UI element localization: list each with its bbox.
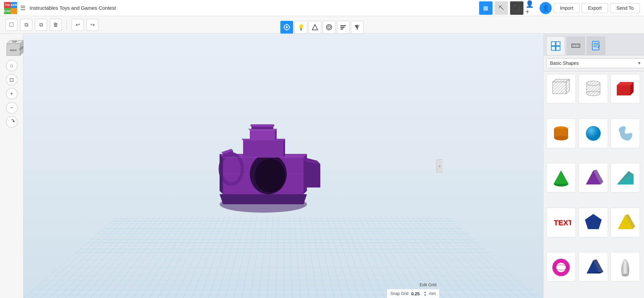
svg-rect-35 xyxy=(551,42,555,46)
svg-marker-6 xyxy=(312,25,318,30)
svg-marker-53 xyxy=(566,79,569,94)
grid-view-button[interactable]: ▦ xyxy=(479,1,493,15)
new-button[interactable]: ☐ xyxy=(5,19,17,31)
shape-box-solid[interactable] xyxy=(610,74,640,103)
view-cube[interactable]: TOP BACK LEFT xyxy=(2,37,22,57)
svg-rect-37 xyxy=(551,46,555,50)
shape-group-button[interactable] xyxy=(323,21,335,34)
main-area: TOP BACK LEFT ⌂ ⊡ + − xyxy=(0,34,644,298)
zoom-in-button[interactable]: + xyxy=(6,88,17,99)
svg-point-26 xyxy=(255,159,285,193)
edit-grid-label[interactable]: Edit Grid xyxy=(417,282,439,288)
svg-point-57 xyxy=(587,91,600,96)
shape-paraboloid-gray[interactable] xyxy=(610,252,640,282)
shape-prism-blue[interactable] xyxy=(579,252,608,282)
shape-squiggle[interactable] xyxy=(610,119,640,148)
panel-tabs xyxy=(544,34,644,55)
toolbar-divider xyxy=(66,20,67,30)
snap-grid-value: 0.25 xyxy=(411,291,420,296)
ruler-tab[interactable] xyxy=(566,36,585,55)
light-button[interactable]: 💡 xyxy=(294,21,307,34)
logo-cad: CAD xyxy=(4,8,11,14)
project-list-icon[interactable]: ☰ xyxy=(20,4,26,12)
paste-button[interactable]: ⧉ xyxy=(35,19,47,31)
import-button[interactable]: Import xyxy=(554,3,580,13)
svg-text:BACK: BACK xyxy=(10,49,16,51)
svg-rect-51 xyxy=(553,82,566,94)
shape-cylinder[interactable] xyxy=(546,119,576,148)
svg-marker-77 xyxy=(585,214,602,229)
svg-point-68 xyxy=(586,126,601,141)
left-panel: TOP BACK LEFT ⌂ ⊡ + − xyxy=(0,34,24,298)
copy-button[interactable]: ⧉ xyxy=(20,19,32,31)
svg-marker-70 xyxy=(554,170,568,184)
snap-down-arrow[interactable]: ▼ xyxy=(424,294,426,297)
camera-target-button[interactable] xyxy=(280,21,293,34)
rotate-view-button[interactable] xyxy=(6,116,17,128)
svg-point-65 xyxy=(554,136,568,140)
shape-torus-pink[interactable] xyxy=(546,252,576,282)
svg-rect-38 xyxy=(556,46,560,50)
shape-wedge-teal[interactable] xyxy=(610,163,640,193)
svg-rect-45 xyxy=(592,41,599,50)
svg-rect-9 xyxy=(340,25,346,26)
3d-model[interactable] xyxy=(179,73,347,224)
tinkercad-logo[interactable]: TIN KER CAD xyxy=(4,2,16,14)
shape-pentagon[interactable] xyxy=(579,208,608,237)
svg-point-24 xyxy=(222,156,241,182)
panel-collapse-button[interactable]: › xyxy=(436,159,443,173)
shapes-dropdown-row: Basic Shapes Text & Numbers Connectors G… xyxy=(544,55,644,71)
svg-marker-12 xyxy=(355,25,357,29)
svg-point-87 xyxy=(624,259,627,261)
snap-grid-unit: mm xyxy=(429,291,436,296)
project-title: Instructables Toys and Games Contest xyxy=(30,5,475,11)
build-mode-button[interactable]: ⛏ xyxy=(495,1,508,15)
canvas-area[interactable]: Edit Grid Snap Grid 0.25 ▲ ▼ mm › xyxy=(24,34,543,298)
shape-sphere[interactable] xyxy=(579,119,608,148)
svg-marker-60 xyxy=(617,85,630,95)
svg-marker-13 xyxy=(357,25,360,29)
snap-grid-label: Snap Grid xyxy=(390,291,409,296)
export-button[interactable]: Export xyxy=(582,3,608,13)
shapes-category-dropdown[interactable]: Basic Shapes Text & Numbers Connectors G… xyxy=(546,58,644,68)
zoom-out-button[interactable]: − xyxy=(6,102,17,114)
topbar-right: ▦ ⛏ ⬛ 👤+ 👤 Import Export Send To xyxy=(479,1,640,15)
shape-cone-green[interactable] xyxy=(546,163,576,193)
shape-text-3d[interactable]: TEXTTEXT xyxy=(546,208,576,237)
svg-point-7 xyxy=(326,25,332,30)
shape-box-hole[interactable] xyxy=(546,74,576,103)
svg-rect-10 xyxy=(340,27,344,28)
add-user-button[interactable]: 👤+ xyxy=(525,2,538,14)
fit-view-button[interactable]: ⊡ xyxy=(6,74,17,85)
svg-text:TOP: TOP xyxy=(12,41,17,43)
align-button[interactable] xyxy=(337,21,350,34)
notes-tab[interactable] xyxy=(587,36,605,55)
undo-button[interactable]: ↩ xyxy=(72,19,84,31)
snap-grid-stepper[interactable]: ▲ ▼ xyxy=(424,291,426,297)
redo-button[interactable]: ↪ xyxy=(86,19,98,31)
logo-ker: KER xyxy=(11,2,17,8)
svg-rect-11 xyxy=(340,29,343,30)
topbar: TIN KER CAD ☰ Instructables Toys and Gam… xyxy=(0,0,644,16)
center-tools: 💡 xyxy=(280,21,364,34)
delete-button[interactable]: 🗑 xyxy=(50,19,62,31)
canvas-grid xyxy=(24,217,543,298)
shape-cylinder-hole[interactable] xyxy=(579,74,608,103)
logo-blank xyxy=(11,8,17,14)
snap-up-arrow[interactable]: ▲ xyxy=(424,291,426,294)
home-view-button[interactable]: ⌂ xyxy=(6,60,17,71)
avatar[interactable]: 👤 xyxy=(540,2,552,14)
logo-tin: TIN xyxy=(4,2,11,8)
grid-tab[interactable] xyxy=(546,36,565,55)
mirror-button[interactable] xyxy=(351,21,364,34)
svg-text:TEXT: TEXT xyxy=(554,219,571,227)
svg-rect-36 xyxy=(556,42,560,46)
send-to-button[interactable]: Send To xyxy=(610,3,640,13)
svg-point-8 xyxy=(328,26,330,29)
shape-pyramid-purple[interactable] xyxy=(579,163,608,193)
shapes-grid: TEXTTEXT xyxy=(544,71,644,298)
svg-point-1 xyxy=(286,26,288,28)
shape-pyramid-yellow[interactable] xyxy=(610,208,640,237)
shape-hole-button[interactable] xyxy=(309,21,321,34)
simulate-button[interactable]: ⬛ xyxy=(510,1,523,15)
